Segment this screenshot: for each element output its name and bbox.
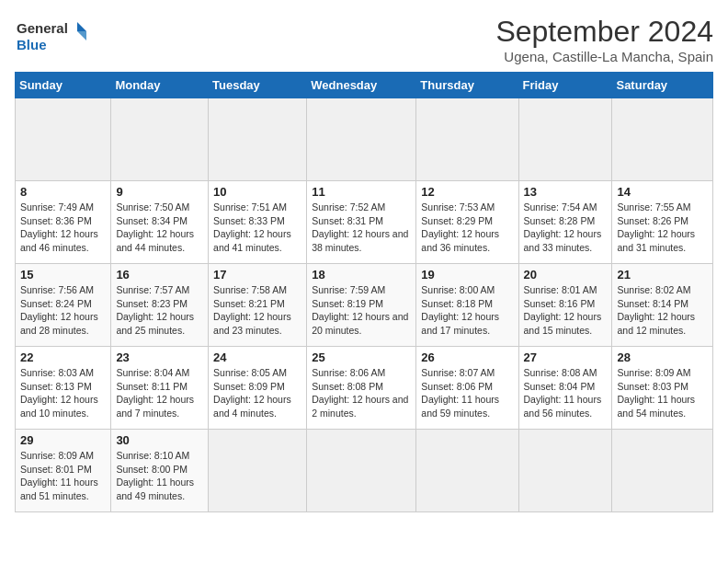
day-info: Sunrise: 7:51 AMSunset: 8:33 PMDaylight:… (213, 201, 301, 255)
calendar-cell: 19Sunrise: 8:00 AMSunset: 8:18 PMDayligh… (416, 264, 518, 347)
day-number: 12 (421, 185, 513, 199)
weekday-header-wednesday: Wednesday (307, 73, 416, 98)
calendar-week-2: 8Sunrise: 7:49 AMSunset: 8:36 PMDaylight… (16, 181, 713, 264)
day-info: Sunrise: 8:03 AMSunset: 8:13 PMDaylight:… (20, 366, 106, 420)
day-info: Sunrise: 7:59 AMSunset: 8:19 PMDaylight:… (312, 283, 411, 338)
weekday-header-monday: Monday (111, 73, 209, 98)
calendar-cell: 26Sunrise: 8:07 AMSunset: 8:06 PMDayligh… (416, 347, 518, 430)
day-info: Sunrise: 7:56 AMSunset: 8:24 PMDaylight:… (20, 283, 106, 338)
day-info: Sunrise: 7:58 AMSunset: 8:21 PMDaylight:… (213, 283, 301, 338)
calendar-cell: 12Sunrise: 7:53 AMSunset: 8:29 PMDayligh… (416, 181, 518, 264)
day-info: Sunrise: 8:00 AMSunset: 8:18 PMDaylight:… (421, 283, 513, 338)
calendar-cell (416, 98, 518, 181)
weekday-header-row: SundayMondayTuesdayWednesdayThursdayFrid… (16, 73, 713, 98)
day-number: 28 (617, 350, 708, 364)
day-number: 22 (20, 350, 106, 364)
day-info: Sunrise: 7:49 AMSunset: 8:36 PMDaylight:… (20, 201, 106, 255)
calendar-table: SundayMondayTuesdayWednesdayThursdayFrid… (15, 72, 713, 512)
day-info: Sunrise: 8:08 AMSunset: 8:04 PMDaylight:… (524, 366, 608, 420)
calendar-cell: 18Sunrise: 7:59 AMSunset: 8:19 PMDayligh… (307, 264, 416, 347)
location: Ugena, Castille-La Mancha, Spain (495, 49, 713, 64)
calendar-cell (209, 98, 307, 181)
day-info: Sunrise: 8:01 AMSunset: 8:16 PMDaylight:… (524, 283, 608, 338)
day-number: 13 (524, 185, 608, 199)
day-info: Sunrise: 8:05 AMSunset: 8:09 PMDaylight:… (213, 366, 301, 420)
svg-text:General: General (17, 20, 68, 36)
calendar-cell: 25Sunrise: 8:06 AMSunset: 8:08 PMDayligh… (307, 347, 416, 430)
weekday-header-saturday: Saturday (612, 73, 713, 98)
calendar-cell (209, 430, 307, 512)
day-number: 23 (116, 350, 203, 364)
calendar-cell (16, 98, 111, 181)
calendar-cell: 21Sunrise: 8:02 AMSunset: 8:14 PMDayligh… (612, 264, 713, 347)
calendar-cell (307, 430, 416, 512)
day-number: 29 (20, 433, 106, 447)
logo: General Blue (15, 15, 88, 56)
weekday-header-friday: Friday (518, 73, 612, 98)
day-info: Sunrise: 8:06 AMSunset: 8:08 PMDaylight:… (312, 366, 411, 420)
weekday-header-thursday: Thursday (416, 73, 518, 98)
svg-text:Blue: Blue (17, 37, 47, 52)
header: General Blue September 2024 Ugena, Casti… (15, 15, 713, 64)
calendar-cell: 13Sunrise: 7:54 AMSunset: 8:28 PMDayligh… (518, 181, 612, 264)
logo-svg: General Blue (15, 15, 88, 56)
calendar-week-5: 29Sunrise: 8:09 AMSunset: 8:01 PMDayligh… (16, 430, 713, 512)
calendar-cell (612, 98, 713, 181)
day-number: 27 (524, 350, 608, 364)
day-info: Sunrise: 7:53 AMSunset: 8:29 PMDaylight:… (421, 201, 513, 255)
calendar-cell (307, 98, 416, 181)
day-info: Sunrise: 8:02 AMSunset: 8:14 PMDaylight:… (617, 283, 708, 338)
day-number: 30 (116, 433, 203, 447)
day-number: 15 (20, 268, 106, 282)
calendar-cell: 29Sunrise: 8:09 AMSunset: 8:01 PMDayligh… (16, 430, 111, 512)
day-number: 20 (524, 268, 608, 282)
day-info: Sunrise: 7:50 AMSunset: 8:34 PMDaylight:… (116, 201, 203, 255)
day-number: 26 (421, 350, 513, 364)
day-info: Sunrise: 7:54 AMSunset: 8:28 PMDaylight:… (524, 201, 608, 255)
day-info: Sunrise: 7:52 AMSunset: 8:31 PMDaylight:… (312, 201, 411, 255)
calendar-cell (518, 430, 612, 512)
day-number: 17 (213, 268, 301, 282)
calendar-cell (416, 430, 518, 512)
day-number: 9 (116, 185, 203, 199)
day-number: 24 (213, 350, 301, 364)
calendar-cell: 27Sunrise: 8:08 AMSunset: 8:04 PMDayligh… (518, 347, 612, 430)
calendar-cell: 28Sunrise: 8:09 AMSunset: 8:03 PMDayligh… (612, 347, 713, 430)
calendar-cell: 22Sunrise: 8:03 AMSunset: 8:13 PMDayligh… (16, 347, 111, 430)
calendar-cell: 9Sunrise: 7:50 AMSunset: 8:34 PMDaylight… (111, 181, 209, 264)
calendar-cell: 14Sunrise: 7:55 AMSunset: 8:26 PMDayligh… (612, 181, 713, 264)
calendar-cell: 15Sunrise: 7:56 AMSunset: 8:24 PMDayligh… (16, 264, 111, 347)
day-info: Sunrise: 8:10 AMSunset: 8:00 PMDaylight:… (116, 449, 203, 503)
calendar-cell (111, 98, 209, 181)
weekday-header-tuesday: Tuesday (209, 73, 307, 98)
day-number: 10 (213, 185, 301, 199)
calendar-cell: 17Sunrise: 7:58 AMSunset: 8:21 PMDayligh… (209, 264, 307, 347)
day-info: Sunrise: 8:09 AMSunset: 8:03 PMDaylight:… (617, 366, 708, 420)
calendar-week-1 (16, 98, 713, 181)
day-number: 14 (617, 185, 708, 199)
calendar-cell: 23Sunrise: 8:04 AMSunset: 8:11 PMDayligh… (111, 347, 209, 430)
calendar-cell: 16Sunrise: 7:57 AMSunset: 8:23 PMDayligh… (111, 264, 209, 347)
calendar-cell: 24Sunrise: 8:05 AMSunset: 8:09 PMDayligh… (209, 347, 307, 430)
day-number: 18 (312, 268, 411, 282)
day-number: 16 (116, 268, 203, 282)
month-title: September 2024 (495, 15, 713, 49)
day-number: 8 (20, 185, 106, 199)
svg-marker-2 (77, 22, 86, 31)
calendar-cell: 8Sunrise: 7:49 AMSunset: 8:36 PMDaylight… (16, 181, 111, 264)
day-info: Sunrise: 8:07 AMSunset: 8:06 PMDaylight:… (421, 366, 513, 420)
day-info: Sunrise: 7:55 AMSunset: 8:26 PMDaylight:… (617, 201, 708, 255)
calendar-cell (612, 430, 713, 512)
day-number: 19 (421, 268, 513, 282)
day-info: Sunrise: 7:57 AMSunset: 8:23 PMDaylight:… (116, 283, 203, 338)
calendar-cell: 30Sunrise: 8:10 AMSunset: 8:00 PMDayligh… (111, 430, 209, 512)
day-info: Sunrise: 8:04 AMSunset: 8:11 PMDaylight:… (116, 366, 203, 420)
weekday-header-sunday: Sunday (16, 73, 111, 98)
calendar-cell: 20Sunrise: 8:01 AMSunset: 8:16 PMDayligh… (518, 264, 612, 347)
day-number: 21 (617, 268, 708, 282)
title-area: September 2024 Ugena, Castille-La Mancha… (495, 15, 713, 64)
calendar-cell: 11Sunrise: 7:52 AMSunset: 8:31 PMDayligh… (307, 181, 416, 264)
calendar-week-3: 15Sunrise: 7:56 AMSunset: 8:24 PMDayligh… (16, 264, 713, 347)
calendar-week-4: 22Sunrise: 8:03 AMSunset: 8:13 PMDayligh… (16, 347, 713, 430)
day-number: 25 (312, 350, 411, 364)
